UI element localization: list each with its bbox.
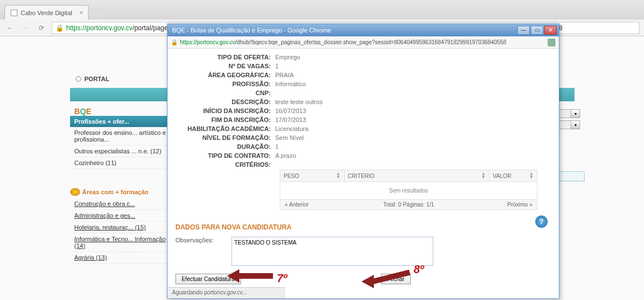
field-value: 1 (275, 63, 279, 69)
close-form-button[interactable]: Fechar (381, 274, 411, 284)
field-value: 16/07/2013 (275, 107, 306, 114)
col-valor[interactable]: VALOR▲▼ (489, 170, 537, 181)
sidebar-item[interactable]: Professor dos ensino... artístico e prof… (70, 127, 182, 146)
field-label: FIM DA INSCRIÇÃO: (175, 116, 275, 123)
popup-window: BQE - Bolsa de Qualificação e Emprego - … (167, 24, 559, 299)
back-button[interactable]: ← (4, 22, 16, 34)
field-label: NÍVEL DE FORMAÇÃO: (175, 134, 275, 141)
popup-title: BQE - Bolsa de Qualificação e Emprego - … (170, 27, 516, 34)
tab-title: Cabo Verde Digital (21, 10, 72, 16)
field-label: PROFISSÃO: (175, 81, 275, 87)
field-label: DESCRIÇÃO: (175, 99, 275, 105)
field-label: HABILITAÇÃO ACADÉMICA: (175, 125, 275, 132)
portal-tab-label: PORTAL (85, 76, 109, 82)
reload-button[interactable]: ⟳ (36, 22, 47, 34)
help-icon[interactable]: ? (535, 215, 548, 228)
area-link[interactable]: Agrária (13) (70, 252, 182, 264)
sort-icon: ▲▼ (336, 172, 341, 179)
field-label: TIPO DE CONTRATO: (175, 152, 275, 159)
field-value: teste teste outros (275, 99, 322, 105)
minimize-button[interactable]: — (517, 26, 530, 35)
popup-content: TIPO DE OFERTA:Emprego Nº DE VAGAS:1 ÁRE… (168, 49, 559, 288)
field-value: Licenciatura (275, 125, 308, 132)
details-fields: TIPO DE OFERTA:Emprego Nº DE VAGAS:1 ÁRE… (175, 53, 551, 168)
pager-prev[interactable]: « Anterior (285, 201, 367, 208)
sort-icon: ▲▼ (481, 172, 485, 179)
new-tab-button[interactable] (91, 7, 102, 17)
area-link[interactable]: Construção e obra c... (70, 198, 182, 210)
field-value: A prazo (275, 152, 296, 159)
browser-tabs-bar: Cabo Verde Digital × (0, 0, 644, 20)
col-criterio[interactable]: CRITÉRIO▲▼ (345, 170, 490, 181)
close-button[interactable]: ✕ (544, 26, 557, 35)
sort-icon: ▲▼ (529, 172, 534, 179)
field-value: PRAIA (275, 72, 294, 78)
sidebar-heading: Profissões + ofer... (70, 116, 182, 127)
areas-heading: Áreas com + formação (70, 186, 182, 198)
field-label: CRITÉRIOS: (175, 161, 275, 168)
field-label: DURAÇÃO: (175, 143, 275, 150)
annotation-label-7: 7º (277, 272, 287, 285)
popup-address-bar[interactable]: 🔒 https://portoncv.gov.cv/dhub/!bqecv.bq… (168, 36, 559, 49)
lock-icon: 🔒 (171, 39, 178, 45)
tab-close-icon[interactable]: × (79, 8, 84, 17)
field-value: 17/07/2013 (275, 116, 306, 123)
popup-url-host: portoncv.gov.cv (197, 39, 235, 45)
observations-label: Observações: (175, 237, 226, 243)
sidebar: Profissões + ofer... Professor dos ensin… (70, 116, 182, 264)
radio-icon (76, 76, 81, 82)
field-label: TIPO DE OFERTA: (175, 54, 275, 60)
field-label: CNP: (175, 90, 275, 96)
popup-titlebar: BQE - Bolsa de Qualificação e Emprego - … (168, 24, 559, 36)
field-label: Nº DE VAGAS: (175, 63, 275, 69)
pager-total: Total: 0 Páginas: 1/1 (367, 201, 450, 208)
page-icon (11, 10, 17, 16)
area-link[interactable]: Hotelaria, restauraç... (15) (70, 222, 182, 233)
criteria-table: PESO▲▼ CRITÉRIO▲▼ VALOR▲▼ Sem resultados… (280, 170, 538, 210)
field-value: Emprego (275, 54, 300, 60)
chevron-down-icon: ▾ (571, 110, 580, 118)
field-value: Informático (275, 81, 305, 87)
areas-label: Áreas com + formação (82, 189, 149, 195)
col-peso[interactable]: PESO▲▼ (280, 170, 345, 181)
popup-url-path: /dhub/!bqecv.bqe_paginas_ofertas_dossier… (235, 39, 507, 45)
section-title: DADOS PARA NOVA CANDIDATURA (175, 223, 551, 231)
observations-row: Observações: (175, 237, 551, 266)
criteria-pager: « Anterior Total: 0 Páginas: 1/1 Próximo… (280, 200, 538, 210)
field-value: 1 (275, 143, 279, 150)
sidebar-item[interactable]: Cozinheiro (11) (70, 157, 182, 169)
criteria-empty: Sem resultados (280, 182, 538, 200)
area-link[interactable]: Informática e Tecno... Informação (14) (70, 233, 182, 252)
criteria-header-row: PESO▲▼ CRITÉRIO▲▼ VALOR▲▼ (280, 170, 538, 182)
button-row: Efectuar Candidatura Fechar (175, 274, 551, 284)
url-host: portoncv.gov.cv (86, 24, 132, 32)
pager-next[interactable]: Próximo » (450, 201, 532, 208)
forward-button[interactable]: → (20, 22, 31, 34)
field-value: Sem Nível (275, 134, 304, 141)
area-link[interactable]: Administração e ges... (70, 210, 182, 222)
popup-url-scheme: https:// (180, 39, 197, 45)
submit-button[interactable]: Efectuar Candidatura (175, 274, 241, 284)
areas-icon (70, 188, 80, 196)
chevron-down-icon: ▾ (571, 121, 580, 129)
status-bar: Aguardando portoncv.gov.cv... (168, 287, 285, 298)
field-label: INÍCIO DA INSCRIÇÃO: (175, 107, 275, 114)
maximize-button[interactable]: ▭ (531, 26, 543, 35)
lock-icon: 🔒 (55, 24, 64, 32)
shield-icon (548, 39, 555, 46)
url-scheme: https:// (66, 24, 86, 32)
browser-tab[interactable]: Cabo Verde Digital × (4, 5, 89, 20)
observations-input[interactable] (231, 237, 433, 266)
field-label: ÁREA GEOGRÁFICA: (175, 72, 275, 78)
sidebar-item[interactable]: Outros especialistas ... n.e. (12) (70, 146, 182, 157)
annotation-label-8: 8º (414, 263, 424, 276)
